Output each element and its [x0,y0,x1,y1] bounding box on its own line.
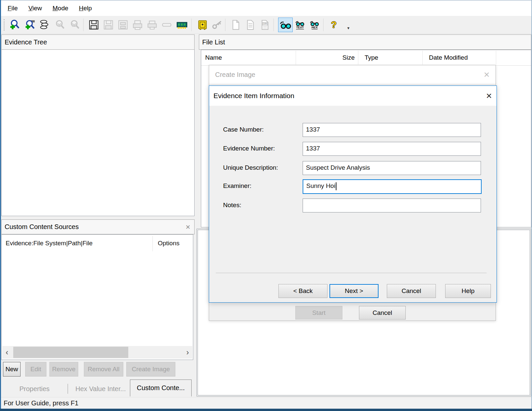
file-list-title: File List [202,38,225,46]
evidence-tree-body[interactable] [1,50,195,216]
status-text: For User Guide, press F1 [4,399,79,407]
text-mode-label: TEXT [296,26,304,29]
close-icon[interactable]: × [484,70,490,80]
add-evidence-item-icon[interactable] [9,19,21,31]
remove-all-evidence-items-icon[interactable] [69,19,81,31]
column-name[interactable]: Name [205,50,222,65]
next-button[interactable]: Next > [329,284,379,298]
ccs-column-header: Evidence:File System|Path|File Options [2,235,193,252]
case-number-field[interactable]: 1337 [303,123,481,137]
export-files-icon[interactable] [230,19,242,31]
column-divider [296,51,296,65]
examiner-field[interactable]: Sunny Hoi [303,179,482,194]
help-icon[interactable]: ? [328,19,340,31]
close-icon[interactable]: × [486,91,492,101]
evidence-item-information-dialog: Evidence Item Information × Case Number:… [209,86,497,303]
file-list-column-header: Name Size Type Date Modified [201,50,531,66]
toolbar-separator [225,19,225,31]
detect-efs-encryption-icon[interactable] [211,19,223,31]
ftk-imager-window: File View Mode Help [0,0,532,411]
glasses-icon [309,21,320,26]
menu-help[interactable]: Help [79,5,92,12]
toolbar-separator [191,19,192,31]
horizontal-scrollbar[interactable]: ‹ › [2,346,192,359]
status-bar: For User Guide, press F1 [1,397,531,409]
column-options[interactable]: Options [158,235,179,252]
remove-button[interactable]: Remove [49,362,78,377]
tab-custom-content[interactable]: Custom Conte... [130,380,192,396]
custom-content-sources-header: Custom Content Sources × [1,219,195,234]
create-image-titlebar[interactable]: Create Image × [209,65,496,84]
column-type[interactable]: Type [365,50,378,65]
cancel-button[interactable]: Cancel [387,284,436,298]
column-divider [358,51,358,65]
export-directory-listing-icon[interactable]: DIR [259,19,271,31]
add-all-attached-devices-icon[interactable] [24,19,36,31]
tab-properties[interactable]: Properties [15,383,54,395]
view-text-button[interactable]: TEXT [294,19,306,31]
evidence-tree-header: Evidence Tree [1,34,195,50]
edit-button[interactable]: Edit [25,362,46,377]
notes-label: Notes: [223,199,241,212]
image-mounting-icon[interactable] [39,19,51,31]
dialog-separator [216,273,487,273]
create-disk-image-icon[interactable] [88,19,100,31]
toolbar-grip[interactable] [4,19,5,30]
decrypt-ad1-image-icon[interactable] [161,19,173,31]
menu-file[interactable]: File [8,5,18,12]
unique-description-label: Unique Description: [223,161,278,174]
export-file-hash-list-icon[interactable] [244,19,256,31]
create-image-button[interactable]: Create Image [126,362,175,377]
close-icon[interactable]: × [186,223,190,231]
obtain-protected-files-icon[interactable] [197,19,208,31]
tab-hex-value-interpreter[interactable]: Hex Value Inter... [70,383,131,395]
back-button[interactable]: < Back [278,284,327,298]
column-date-modified[interactable]: Date Modified [429,50,468,65]
menu-mode[interactable]: Mode [52,5,68,12]
case-number-value: 1337 [306,126,320,133]
custom-content-sources-title: Custom Content Sources [5,223,79,231]
scroll-left-icon[interactable]: ‹ [2,346,12,359]
custom-content-sources-body[interactable]: Evidence:File System|Path|File Options ‹… [1,234,193,360]
evidence-dialog-titlebar[interactable]: Evidence Item Information × [209,86,497,106]
create-custom-content-image-icon[interactable] [146,19,158,31]
remove-all-button[interactable]: Remove All [84,362,123,377]
export-disk-image-icon[interactable] [102,19,114,31]
glasses-icon [294,21,306,26]
column-divider [422,51,423,65]
evidence-tree-title: Evidence Tree [5,38,47,46]
export-logical-image-icon[interactable] [117,19,129,31]
menu-bar: File View Mode Help [1,1,531,16]
notes-field[interactable] [303,199,481,212]
toolbar-separator [273,19,274,31]
case-number-label: Case Number: [223,123,264,136]
hex-mode-label: HEX [312,26,318,29]
text-caret [336,182,336,190]
examiner-label: Examiner: [223,179,252,193]
help-button[interactable]: Help [445,284,491,298]
remove-evidence-item-icon[interactable] [54,19,66,31]
evidence-number-label: Evidence Number: [223,142,275,155]
unique-description-value: Suspect Drive Analysis [306,164,370,171]
scrollbar-thumb[interactable] [13,347,128,358]
file-list-header: File List [199,34,531,50]
unique-description-field[interactable]: Suspect Drive Analysis [303,161,481,175]
new-button[interactable]: New [3,362,21,377]
toolbar-options-dropdown-icon[interactable]: ▾ [342,22,354,34]
view-hex-button[interactable]: HEX [309,19,321,31]
view-automatic-button[interactable] [278,18,293,32]
menu-view[interactable]: View [29,5,42,12]
toolbar: DIR TEXT [1,16,531,34]
capture-memory-icon[interactable] [176,19,188,31]
column-size[interactable]: Size [296,50,355,65]
start-button[interactable]: Start [295,306,342,320]
tab-divider [68,384,68,394]
evidence-number-value: 1337 [306,145,320,152]
add-to-custom-content-image-icon[interactable] [132,19,144,31]
evidence-number-field[interactable]: 1337 [303,142,481,156]
column-divider [496,51,496,65]
create-image-title: Create Image [215,71,255,79]
scroll-right-icon[interactable]: › [183,346,192,359]
cancel-button[interactable]: Cancel [359,306,406,320]
column-evidence-path[interactable]: Evidence:File System|Path|File [6,235,92,252]
